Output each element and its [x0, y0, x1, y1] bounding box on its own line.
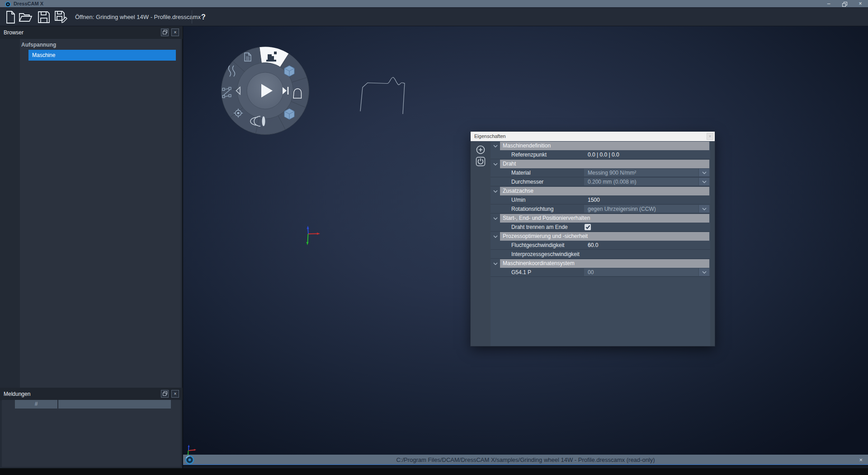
chevron-down-icon[interactable]: [491, 160, 500, 168]
restore-icon: [163, 30, 167, 34]
chevron-down-icon[interactable]: [491, 214, 500, 223]
section-label: Draht: [500, 160, 709, 168]
app-window: DressCAM X – × Öffnen: Grinding wheel 14…: [0, 0, 868, 475]
section-label: Zusatzachse: [500, 187, 709, 195]
dropdown-value: 0.200 mm (0.008 in): [584, 179, 698, 185]
save-icon: [38, 11, 50, 23]
property-label: Durchmesser: [511, 177, 543, 186]
dialog-side-rail: [471, 141, 491, 346]
section-label: Maschinenkoordinatensystem: [500, 259, 709, 268]
property-row: Durchmesser0.200 mm (0.008 in): [491, 177, 710, 186]
toolbar-separator: [192, 10, 192, 24]
section-header[interactable]: Start-, End- und Positionierverhalten: [491, 214, 710, 223]
dropdown-field[interactable]: 00: [584, 268, 709, 276]
property-row: Rotationsrichtunggegen Uhrzeigersinn (CC…: [491, 204, 710, 214]
property-label: Rotationsrichtung: [511, 204, 553, 214]
property-label: Fluchtgeschwindigkeit: [511, 241, 564, 250]
browser-panel-header: Browser ×: [0, 26, 183, 39]
restore-button[interactable]: [839, 0, 850, 7]
messages-column-number[interactable]: #: [15, 400, 58, 408]
property-row: U/min1500: [491, 195, 710, 204]
properties-dialog: Eigenschaften × MaschinendefinitionRefer…: [471, 132, 715, 346]
property-row: MaterialMessing 900 N/mm²: [491, 168, 710, 177]
save-as-button[interactable]: [54, 10, 68, 24]
tree-item-maschine[interactable]: Maschine: [28, 50, 176, 61]
dropdown-field[interactable]: gegen Uhrzeigersinn (CCW): [584, 205, 709, 213]
browser-tree: [20, 39, 181, 388]
property-row: G54.1 P00: [491, 268, 710, 277]
chevron-down-icon[interactable]: [491, 232, 500, 241]
chevron-down-icon[interactable]: [491, 142, 500, 150]
dropdown-value: Messing 900 N/mm²: [584, 170, 698, 176]
save-as-icon: [54, 10, 68, 24]
property-row: Fluchtgeschwindigkeit60.0: [491, 241, 710, 250]
chevron-down-icon[interactable]: [698, 205, 709, 213]
property-label: U/min: [511, 195, 525, 204]
property-label: Material: [511, 168, 531, 177]
section-header[interactable]: Zusatzachse: [491, 187, 710, 195]
open-folder-icon: [19, 12, 32, 23]
property-label: G54.1 P: [511, 268, 531, 277]
new-document-button[interactable]: [4, 10, 17, 24]
chevron-down-icon[interactable]: [698, 178, 709, 185]
value-field[interactable]: 0.0 | 0.0 | 0.0: [584, 150, 709, 159]
property-row: Referenzpunkt0.0 | 0.0 | 0.0: [491, 150, 710, 159]
value-field[interactable]: 1500: [584, 195, 709, 204]
add-button[interactable]: [475, 144, 486, 155]
pie-menu: [220, 45, 311, 137]
dialog-title: Eigenschaften: [474, 132, 506, 141]
property-value: 1500: [584, 195, 709, 204]
messages-float-button[interactable]: [161, 390, 169, 398]
checkbox-field: [584, 223, 709, 232]
status-close-button[interactable]: ×: [859, 455, 863, 465]
messages-table-header: #: [15, 400, 171, 408]
reset-button[interactable]: [475, 156, 486, 167]
chevron-down-icon[interactable]: [491, 187, 500, 195]
browser-float-button[interactable]: [161, 28, 169, 36]
plus-circle-icon: [475, 144, 486, 155]
browser-close-button[interactable]: ×: [171, 28, 179, 36]
open-file-button[interactable]: [19, 10, 32, 24]
section-header[interactable]: Maschinenkoordinatensystem: [491, 259, 710, 268]
property-label: Referenzpunkt: [511, 150, 547, 159]
dialog-close-button[interactable]: ×: [707, 133, 713, 140]
section-header[interactable]: Maschinendefinition: [491, 142, 710, 150]
messages-panel-header: Meldungen ×: [0, 388, 183, 400]
messages-panel-title: Meldungen: [4, 388, 30, 400]
tree-group-aufspannung[interactable]: Aufspannung: [21, 42, 56, 48]
wire-profile-curve: [357, 75, 409, 118]
chevron-down-icon[interactable]: [698, 268, 709, 276]
origin-axes-triad: [298, 224, 326, 249]
chevron-down-icon[interactable]: [698, 169, 709, 176]
bottom-strip: [0, 468, 868, 475]
section-header[interactable]: Draht: [491, 160, 710, 168]
dropdown-value: gegen Uhrzeigersinn (CCW): [584, 206, 698, 212]
property-row: Interprozessgeschwindigkeit: [491, 250, 710, 259]
messages-column-text[interactable]: [58, 400, 171, 408]
dialog-scrollbar[interactable]: [710, 141, 715, 346]
browser-panel-title: Browser: [4, 26, 24, 39]
save-button[interactable]: [37, 10, 51, 24]
chevron-down-icon[interactable]: [491, 259, 500, 268]
section-label: Prozessoptimierung und -sicherheit: [500, 232, 709, 241]
window-titlebar: DressCAM X – ×: [0, 0, 868, 8]
close-button[interactable]: ×: [854, 0, 866, 7]
dialog-titlebar[interactable]: Eigenschaften ×: [471, 132, 715, 141]
checkbox[interactable]: [585, 224, 591, 230]
status-file-path: C:/Program Files/DCAM/DressCAM X/samples…: [183, 455, 868, 465]
dropdown-field[interactable]: Messing 900 N/mm²: [584, 169, 709, 176]
main-toolbar: Öffnen: Grinding wheel 14W - Profile.dre…: [0, 8, 868, 26]
reset-icon: [475, 156, 486, 167]
property-value: 0.0 | 0.0 | 0.0: [584, 150, 709, 159]
messages-list: [2, 400, 181, 467]
section-label: Maschinendefinition: [500, 142, 709, 150]
value-field[interactable]: 60.0: [584, 241, 709, 250]
messages-close-button[interactable]: ×: [171, 390, 179, 398]
property-value: 60.0: [584, 241, 709, 250]
section-header[interactable]: Prozessoptimierung und -sicherheit: [491, 232, 710, 241]
restore-icon: [842, 2, 847, 7]
dropdown-field[interactable]: 0.200 mm (0.008 in): [584, 178, 709, 185]
help-button[interactable]: ?: [198, 8, 209, 26]
value-field[interactable]: [584, 250, 709, 259]
minimize-button[interactable]: –: [823, 0, 835, 7]
